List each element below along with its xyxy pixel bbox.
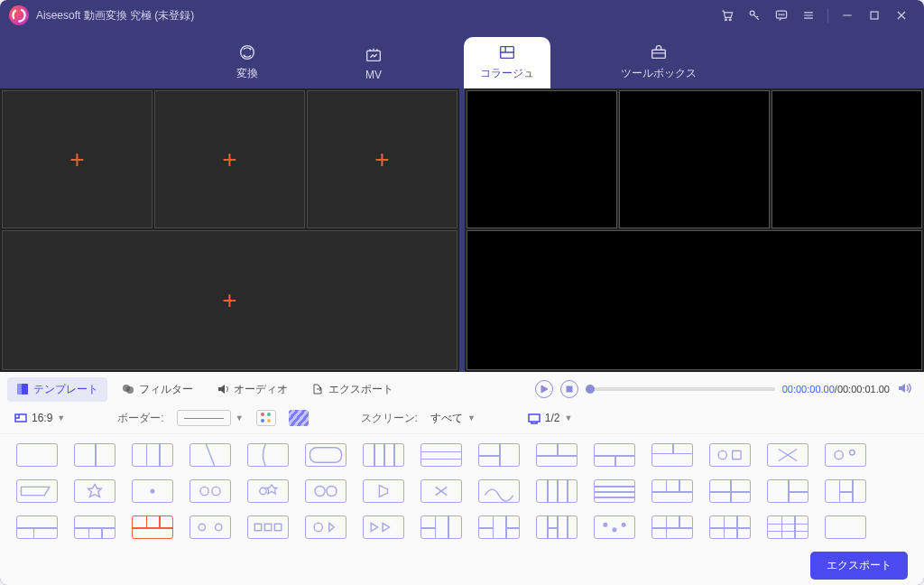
template-thumb[interactable] <box>420 443 462 467</box>
template-thumb[interactable] <box>305 515 346 539</box>
seek-bar[interactable] <box>586 387 775 391</box>
main-nav: 変換 MV コラージュ ツールボックス <box>0 31 924 88</box>
template-grid <box>0 434 924 544</box>
footer: エクスポート <box>0 544 924 585</box>
template-thumb[interactable] <box>247 479 289 503</box>
collage-slot[interactable]: + <box>154 90 305 228</box>
screen-select[interactable]: すべて ▼ <box>430 411 476 426</box>
template-thumb[interactable] <box>709 479 751 503</box>
preview-slot <box>772 90 922 228</box>
play-button[interactable] <box>535 380 553 398</box>
template-thumb[interactable] <box>247 515 289 539</box>
tab-label: ツールボックス <box>621 66 697 81</box>
collage-slot[interactable]: + <box>2 90 152 228</box>
template-thumb[interactable] <box>536 479 578 503</box>
time-duration: 00:00:01.00 <box>837 384 890 395</box>
page-value: 1/2 <box>545 412 560 424</box>
svg-point-37 <box>613 528 616 532</box>
template-thumb[interactable] <box>74 443 116 467</box>
maximize-icon[interactable] <box>864 5 885 26</box>
app-title: Aiseesoft 動画変換 究極 (未登録) <box>36 8 194 23</box>
border-pattern-button[interactable] <box>289 410 309 426</box>
template-thumb[interactable] <box>478 479 520 503</box>
template-thumb[interactable] <box>305 479 346 503</box>
template-thumb[interactable] <box>16 479 58 503</box>
template-thumb[interactable] <box>132 479 173 503</box>
collage-slot[interactable]: + <box>307 90 457 228</box>
template-thumb[interactable] <box>709 443 751 467</box>
export-icon <box>311 383 324 395</box>
template-thumb[interactable] <box>16 515 58 539</box>
page-select[interactable]: 1/2 ▼ <box>528 412 573 424</box>
svg-rect-22 <box>733 450 741 459</box>
minimize-icon[interactable] <box>836 5 858 26</box>
template-thumb[interactable] <box>478 515 520 539</box>
template-thumb[interactable] <box>536 443 578 467</box>
template-thumb[interactable] <box>363 443 404 467</box>
template-thumb[interactable] <box>189 443 231 467</box>
svg-rect-20 <box>310 448 341 463</box>
export-button[interactable]: エクスポート <box>810 552 908 580</box>
app-window: Aiseesoft 動画変換 究極 (未登録) 変換 MV コラージュ ツールボ… <box>0 0 924 585</box>
menu-icon[interactable] <box>798 5 819 26</box>
template-thumb[interactable] <box>363 515 404 539</box>
stop-button[interactable] <box>560 380 578 398</box>
toolbox-icon <box>648 42 670 62</box>
template-thumb[interactable] <box>420 479 462 503</box>
template-thumb[interactable] <box>132 443 173 467</box>
subtab-template[interactable]: テンプレート <box>7 377 107 402</box>
subtab-label: テンプレート <box>33 382 98 397</box>
subtab-label: エクスポート <box>328 382 393 397</box>
template-thumb[interactable] <box>594 515 635 539</box>
template-thumb[interactable] <box>16 443 58 467</box>
tab-convert[interactable]: 変換 <box>211 37 283 88</box>
tab-mv[interactable]: MV <box>337 40 410 88</box>
template-thumb[interactable] <box>825 443 866 467</box>
plus-icon: + <box>222 286 236 315</box>
template-thumb[interactable] <box>189 515 231 539</box>
template-thumb[interactable] <box>594 479 635 503</box>
template-thumb[interactable] <box>536 515 578 539</box>
template-thumb[interactable] <box>767 443 808 467</box>
tab-collage[interactable]: コラージュ <box>464 37 550 88</box>
audio-icon <box>217 383 229 395</box>
svg-point-21 <box>718 450 726 459</box>
collage-slot[interactable]: + <box>2 230 457 370</box>
plus-icon: + <box>374 145 389 174</box>
template-thumb[interactable] <box>651 515 693 539</box>
template-thumb[interactable] <box>74 479 116 503</box>
template-thumb[interactable] <box>825 479 866 503</box>
subtab-filter[interactable]: フィルター <box>113 377 202 402</box>
template-thumb[interactable] <box>825 515 866 539</box>
key-icon[interactable] <box>744 5 765 26</box>
svg-point-1 <box>725 19 726 21</box>
titlebar-divider <box>827 8 828 23</box>
edit-pane: + + + + <box>0 88 459 372</box>
svg-point-31 <box>216 524 222 530</box>
template-thumb[interactable] <box>478 443 520 467</box>
aspect-ratio-select[interactable]: 16:9 ▼ <box>14 412 65 424</box>
template-thumb[interactable] <box>651 479 693 503</box>
template-thumb[interactable] <box>709 515 751 539</box>
close-icon[interactable] <box>891 5 912 26</box>
template-thumb[interactable] <box>363 479 404 503</box>
template-thumb[interactable] <box>767 479 808 503</box>
border-color-button[interactable] <box>256 410 276 426</box>
subtab-audio[interactable]: オーディオ <box>208 377 297 402</box>
template-thumb[interactable] <box>305 443 346 467</box>
template-thumb[interactable] <box>420 515 462 539</box>
chevron-down-icon: ▼ <box>236 413 244 422</box>
template-thumb[interactable] <box>74 515 116 539</box>
template-thumb[interactable] <box>247 443 289 467</box>
tab-toolbox[interactable]: ツールボックス <box>605 37 713 88</box>
template-thumb[interactable] <box>651 443 693 467</box>
border-style-select[interactable]: ▼ <box>177 410 244 426</box>
feedback-icon[interactable] <box>771 5 792 26</box>
template-thumb[interactable] <box>767 515 808 539</box>
template-thumb[interactable] <box>594 443 635 467</box>
template-thumb[interactable] <box>189 479 231 503</box>
volume-icon[interactable] <box>897 381 911 397</box>
subtab-export[interactable]: エクスポート <box>302 377 402 402</box>
template-thumb-selected[interactable] <box>132 515 173 539</box>
cart-icon[interactable] <box>716 5 738 26</box>
